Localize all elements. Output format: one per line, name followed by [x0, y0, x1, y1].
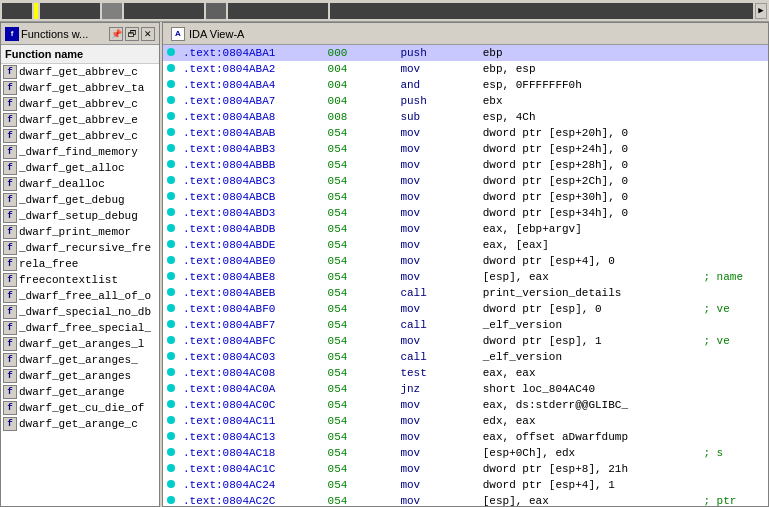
function-name: _dwarf_get_debug	[19, 194, 125, 206]
asm-mnemonic: mov	[392, 125, 478, 141]
asm-dot	[163, 77, 179, 93]
asm-row[interactable]: .text:0804AC2C054mov[esp], eax; ptr	[163, 493, 768, 506]
asm-dot	[163, 397, 179, 413]
asm-address: .text:0804ABF7	[179, 317, 324, 333]
function-item[interactable]: f_dwarf_find_memory	[1, 144, 159, 160]
function-item[interactable]: fdwarf_get_aranges	[1, 368, 159, 384]
asm-operands: edx, eax	[479, 413, 700, 429]
asm-hex	[364, 269, 393, 285]
asm-hex	[364, 301, 393, 317]
asm-row[interactable]: .text:0804ABF7054call_elf_version	[163, 317, 768, 333]
asm-mnemonic: mov	[392, 61, 478, 77]
nav-arrow-right[interactable]: ▶	[755, 3, 767, 19]
function-item[interactable]: ffreecontextlist	[1, 272, 159, 288]
asm-row[interactable]: .text:0804ABF0054movdword ptr [esp], 0; …	[163, 301, 768, 317]
asm-row[interactable]: .text:0804ABA7004pushebx	[163, 93, 768, 109]
function-item[interactable]: fdwarf_get_abbrev_c	[1, 96, 159, 112]
asm-row[interactable]: .text:0804ABBB054movdword ptr [esp+28h],…	[163, 157, 768, 173]
function-item[interactable]: f_dwarf_get_alloc	[1, 160, 159, 176]
function-icon: f	[3, 289, 17, 303]
asm-mnemonic: call	[392, 349, 478, 365]
functions-pin-btn[interactable]: 📌	[109, 27, 123, 41]
asm-row[interactable]: .text:0804ABE0054movdword ptr [esp+4], 0	[163, 253, 768, 269]
functions-list[interactable]: fdwarf_get_abbrev_cfdwarf_get_abbrev_taf…	[1, 64, 159, 506]
ida-content[interactable]: .text:0804ABA1000pushebp.text:0804ABA200…	[163, 45, 768, 506]
asm-row[interactable]: .text:0804ABE8054mov[esp], eax; name	[163, 269, 768, 285]
asm-row[interactable]: .text:0804ABB3054movdword ptr [esp+24h],…	[163, 141, 768, 157]
function-item[interactable]: fdwarf_dealloc	[1, 176, 159, 192]
asm-comment	[699, 45, 768, 61]
functions-restore-btn[interactable]: 🗗	[125, 27, 139, 41]
asm-row[interactable]: .text:0804AC11054movedx, eax	[163, 413, 768, 429]
asm-mnemonic: mov	[392, 493, 478, 506]
asm-row[interactable]: .text:0804AC0C054moveax, ds:stderr@@GLIB…	[163, 397, 768, 413]
asm-row[interactable]: .text:0804ABD3054movdword ptr [esp+34h],…	[163, 205, 768, 221]
asm-hex	[364, 477, 393, 493]
asm-row[interactable]: .text:0804ABDB054moveax, [ebp+argv]	[163, 221, 768, 237]
asm-row[interactable]: .text:0804ABDE054moveax, [eax]	[163, 237, 768, 253]
asm-row[interactable]: .text:0804AC1C054movdword ptr [esp+8], 2…	[163, 461, 768, 477]
asm-dot	[163, 349, 179, 365]
asm-row[interactable]: .text:0804AC0A054jnzshort loc_804AC40	[163, 381, 768, 397]
asm-row[interactable]: .text:0804ABA1000pushebp	[163, 45, 768, 61]
function-icon: f	[3, 369, 17, 383]
function-item[interactable]: fdwarf_get_cu_die_of	[1, 400, 159, 416]
asm-address: .text:0804AC1C	[179, 461, 324, 477]
asm-row[interactable]: .text:0804AC03054call_elf_version	[163, 349, 768, 365]
function-item[interactable]: fdwarf_get_abbrev_e	[1, 112, 159, 128]
function-item[interactable]: f_dwarf_free_all_of_o	[1, 288, 159, 304]
function-item[interactable]: fdwarf_get_aranges_	[1, 352, 159, 368]
asm-segment: 054	[324, 317, 364, 333]
asm-address: .text:0804AC2C	[179, 493, 324, 506]
function-item[interactable]: f_dwarf_free_special_	[1, 320, 159, 336]
function-item[interactable]: fdwarf_get_arange	[1, 384, 159, 400]
function-item[interactable]: f_dwarf_recursive_fre	[1, 240, 159, 256]
asm-comment	[699, 429, 768, 445]
function-item[interactable]: fdwarf_get_aranges_l	[1, 336, 159, 352]
asm-row[interactable]: .text:0804ABA4004andesp, 0FFFFFFF0h	[163, 77, 768, 93]
asm-row[interactable]: .text:0804ABC3054movdword ptr [esp+2Ch],…	[163, 173, 768, 189]
asm-hex	[364, 285, 393, 301]
asm-row[interactable]: .text:0804ABCB054movdword ptr [esp+30h],…	[163, 189, 768, 205]
asm-address: .text:0804ABC3	[179, 173, 324, 189]
asm-row[interactable]: .text:0804AC24054movdword ptr [esp+4], 1	[163, 477, 768, 493]
asm-row[interactable]: .text:0804ABAB054movdword ptr [esp+20h],…	[163, 125, 768, 141]
function-item[interactable]: fdwarf_print_memor	[1, 224, 159, 240]
function-item[interactable]: fdwarf_get_abbrev_c	[1, 128, 159, 144]
function-item[interactable]: fdwarf_get_arange_c	[1, 416, 159, 432]
function-item[interactable]: f_dwarf_setup_debug	[1, 208, 159, 224]
breakpoint-dot	[167, 208, 175, 216]
asm-row[interactable]: .text:0804ABA2004movebp, esp	[163, 61, 768, 77]
functions-close-btn[interactable]: ✕	[141, 27, 155, 41]
function-item[interactable]: f_dwarf_special_no_db	[1, 304, 159, 320]
function-item[interactable]: frela_free	[1, 256, 159, 272]
asm-segment: 054	[324, 493, 364, 506]
asm-address: .text:0804ABA7	[179, 93, 324, 109]
asm-row[interactable]: .text:0804AC08054testeax, eax	[163, 365, 768, 381]
asm-segment: 054	[324, 349, 364, 365]
asm-row[interactable]: .text:0804ABFC054movdword ptr [esp], 1; …	[163, 333, 768, 349]
asm-mnemonic: test	[392, 365, 478, 381]
asm-dot	[163, 317, 179, 333]
asm-row[interactable]: .text:0804ABA8008subesp, 4Ch	[163, 109, 768, 125]
asm-comment	[699, 109, 768, 125]
asm-segment: 054	[324, 189, 364, 205]
function-item[interactable]: fdwarf_get_abbrev_ta	[1, 80, 159, 96]
asm-operands: dword ptr [esp+24h], 0	[479, 141, 700, 157]
asm-dot	[163, 141, 179, 157]
function-item[interactable]: fdwarf_get_abbrev_c	[1, 64, 159, 80]
function-icon: f	[3, 209, 17, 223]
asm-hex	[364, 397, 393, 413]
asm-hex	[364, 349, 393, 365]
asm-comment	[699, 285, 768, 301]
asm-row[interactable]: .text:0804AC18054mov[esp+0Ch], edx; s	[163, 445, 768, 461]
asm-row[interactable]: .text:0804AC13054moveax, offset aDwarfdu…	[163, 429, 768, 445]
asm-segment: 054	[324, 253, 364, 269]
asm-hex	[364, 77, 393, 93]
nav-block-left	[2, 3, 32, 19]
asm-row[interactable]: .text:0804ABEB054callprint_version_detai…	[163, 285, 768, 301]
asm-operands: esp, 0FFFFFFF0h	[479, 77, 700, 93]
asm-comment	[699, 141, 768, 157]
function-name: dwarf_get_abbrev_c	[19, 66, 138, 78]
function-item[interactable]: f_dwarf_get_debug	[1, 192, 159, 208]
